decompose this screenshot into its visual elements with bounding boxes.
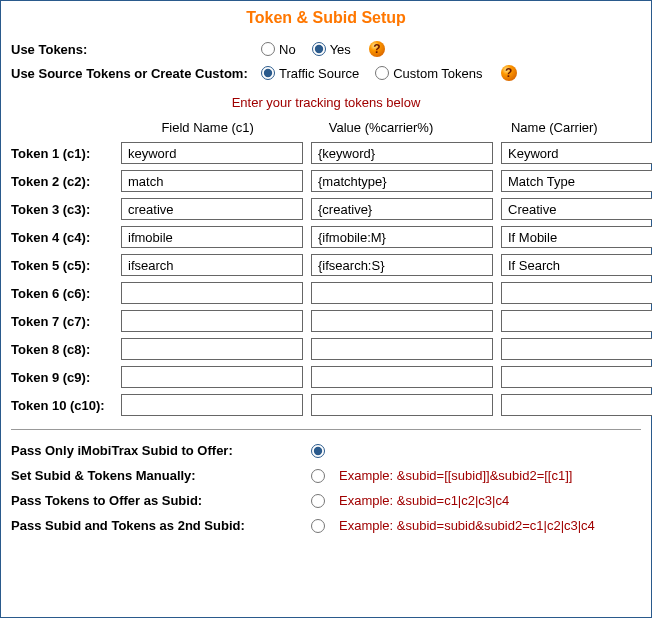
token-grid: Field Name (c1) Value (%carrier%) Name (…: [11, 116, 641, 419]
token-field-input[interactable]: [121, 254, 303, 276]
token-value-input[interactable]: [311, 282, 493, 304]
token-row-label: Token 2 (c2):: [11, 174, 121, 189]
manual-radio[interactable]: [311, 469, 325, 483]
help-icon[interactable]: ?: [369, 41, 385, 57]
as-subid-row: Pass Tokens to Offer as Subid: Example: …: [11, 488, 641, 513]
token-row-label: Token 1 (c1):: [11, 146, 121, 161]
token-value-input[interactable]: [311, 226, 493, 248]
token-field-input[interactable]: [121, 198, 303, 220]
token-value-input[interactable]: [311, 366, 493, 388]
as-2nd-subid-label: Pass Subid and Tokens as 2nd Subid:: [11, 518, 311, 533]
token-row-label: Token 8 (c8):: [11, 342, 121, 357]
token-value-input[interactable]: [311, 254, 493, 276]
page-title: Token & Subid Setup: [11, 9, 641, 27]
token-header: Field Name (c1) Value (%carrier%) Name (…: [11, 116, 641, 139]
as-subid-label: Pass Tokens to Offer as Subid:: [11, 493, 311, 508]
token-name-input[interactable]: [501, 310, 652, 332]
use-tokens-no-text: No: [279, 42, 296, 57]
as-2nd-subid-radio[interactable]: [311, 519, 325, 533]
col-name-label: Name (Carrier): [468, 116, 641, 139]
as-subid-radio[interactable]: [311, 494, 325, 508]
col-field-label: Field Name (c1): [121, 116, 294, 139]
token-name-input[interactable]: [501, 366, 652, 388]
token-row: Token 8 (c8):: [11, 335, 641, 363]
setup-panel: { "title": "Token & Subid Setup", "useTo…: [0, 0, 652, 618]
traffic-source-option[interactable]: Traffic Source: [261, 66, 359, 81]
token-name-input[interactable]: [501, 394, 652, 416]
token-row: Token 9 (c9):: [11, 363, 641, 391]
token-value-input[interactable]: [311, 198, 493, 220]
use-tokens-label: Use Tokens:: [11, 42, 261, 57]
token-row: Token 3 (c3):: [11, 195, 641, 223]
token-field-input[interactable]: [121, 366, 303, 388]
as-2nd-subid-example: Example: &subid=subid&subid2=c1|c2|c3|c4: [339, 518, 595, 533]
use-tokens-yes-text: Yes: [330, 42, 351, 57]
source-custom-row: Use Source Tokens or Create Custom: Traf…: [11, 61, 641, 85]
custom-tokens-option[interactable]: Custom Tokens: [375, 66, 482, 81]
token-field-input[interactable]: [121, 282, 303, 304]
token-value-input[interactable]: [311, 338, 493, 360]
tracking-note: Enter your tracking tokens below: [11, 95, 641, 110]
token-row-label: Token 6 (c6):: [11, 286, 121, 301]
separator: [11, 429, 641, 430]
token-field-input[interactable]: [121, 310, 303, 332]
token-row-label: Token 4 (c4):: [11, 230, 121, 245]
token-row: Token 7 (c7):: [11, 307, 641, 335]
custom-tokens-radio[interactable]: [375, 66, 389, 80]
token-name-input[interactable]: [501, 142, 652, 164]
manual-example: Example: &subid=[[subid]]&subid2=[[c1]]: [339, 468, 572, 483]
traffic-source-radio[interactable]: [261, 66, 275, 80]
use-tokens-no-radio[interactable]: [261, 42, 275, 56]
use-tokens-no-option[interactable]: No: [261, 42, 296, 57]
use-tokens-row: Use Tokens: No Yes ?: [11, 37, 641, 61]
use-tokens-yes-radio[interactable]: [312, 42, 326, 56]
token-value-input[interactable]: [311, 394, 493, 416]
token-name-input[interactable]: [501, 282, 652, 304]
as-2nd-subid-row: Pass Subid and Tokens as 2nd Subid: Exam…: [11, 513, 641, 538]
pass-only-row: Pass Only iMobiTrax Subid to Offer:: [11, 438, 641, 463]
pass-only-radio[interactable]: [311, 444, 325, 458]
token-name-input[interactable]: [501, 170, 652, 192]
token-row-label: Token 3 (c3):: [11, 202, 121, 217]
token-row-label: Token 9 (c9):: [11, 370, 121, 385]
pass-only-label: Pass Only iMobiTrax Subid to Offer:: [11, 443, 311, 458]
token-value-input[interactable]: [311, 142, 493, 164]
token-field-input[interactable]: [121, 170, 303, 192]
custom-tokens-text: Custom Tokens: [393, 66, 482, 81]
token-row: Token 2 (c2):: [11, 167, 641, 195]
token-field-input[interactable]: [121, 338, 303, 360]
manual-label: Set Subid & Tokens Manually:: [11, 468, 311, 483]
use-tokens-yes-option[interactable]: Yes: [312, 42, 351, 57]
token-field-input[interactable]: [121, 226, 303, 248]
token-name-input[interactable]: [501, 338, 652, 360]
token-name-input[interactable]: [501, 198, 652, 220]
token-row-label: Token 10 (c10):: [11, 398, 121, 413]
token-row: Token 5 (c5):: [11, 251, 641, 279]
token-row: Token 1 (c1):: [11, 139, 641, 167]
token-row: Token 10 (c10):: [11, 391, 641, 419]
token-row-label: Token 5 (c5):: [11, 258, 121, 273]
token-row-label: Token 7 (c7):: [11, 314, 121, 329]
as-subid-example: Example: &subid=c1|c2|c3|c4: [339, 493, 509, 508]
traffic-source-text: Traffic Source: [279, 66, 359, 81]
token-row: Token 6 (c6):: [11, 279, 641, 307]
col-value-label: Value (%carrier%): [294, 116, 467, 139]
token-field-input[interactable]: [121, 394, 303, 416]
source-custom-label: Use Source Tokens or Create Custom:: [11, 66, 261, 81]
token-value-input[interactable]: [311, 310, 493, 332]
token-name-input[interactable]: [501, 226, 652, 248]
token-value-input[interactable]: [311, 170, 493, 192]
help-icon[interactable]: ?: [501, 65, 517, 81]
token-field-input[interactable]: [121, 142, 303, 164]
manual-row: Set Subid & Tokens Manually: Example: &s…: [11, 463, 641, 488]
token-row: Token 4 (c4):: [11, 223, 641, 251]
token-name-input[interactable]: [501, 254, 652, 276]
